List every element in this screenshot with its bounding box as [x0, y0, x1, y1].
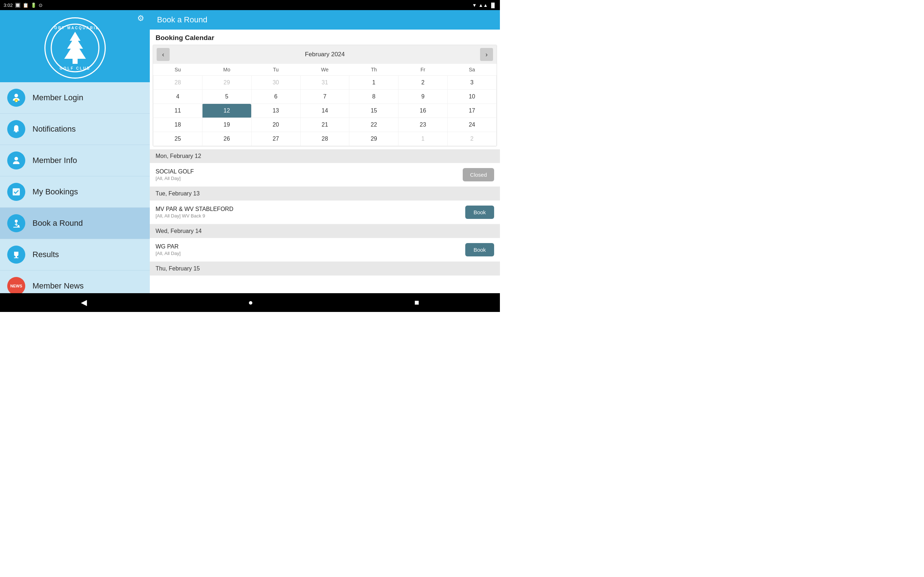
svg-point-11 — [15, 220, 18, 222]
svg-rect-10 — [13, 188, 20, 195]
calendar-week-4: 252627282912 — [153, 132, 497, 146]
event-book-button[interactable]: Book — [465, 243, 494, 256]
calendar-day[interactable]: 29 — [349, 132, 399, 146]
day-header-mo: Mo — [202, 64, 251, 76]
calendar-month-title: February 2024 — [173, 51, 477, 58]
sidebar-item-member-login[interactable]: ★ Member Login — [0, 82, 150, 114]
calendar-day[interactable]: 30 — [251, 76, 300, 90]
calendar-grid: Su Mo Tu We Th Fr Sa 2829303112345678910… — [153, 64, 497, 146]
my-bookings-label: My Bookings — [32, 187, 78, 197]
sidebar-item-member-info[interactable]: Member Info — [0, 145, 150, 176]
event-day-header: Mon, February 12 — [150, 149, 500, 163]
sidebar: ⚙ PORT MACQUARIE GOLF CLUB — [0, 10, 150, 293]
calendar-day[interactable]: 18 — [153, 118, 202, 132]
sidebar-item-my-bookings[interactable]: My Bookings — [0, 176, 150, 208]
day-header-sa: Sa — [447, 64, 497, 76]
member-news-label: Member News — [32, 281, 84, 291]
svg-rect-17 — [14, 258, 18, 258]
calendar-day[interactable]: 23 — [399, 118, 447, 132]
svg-rect-8 — [15, 131, 17, 132]
calendar-day[interactable]: 27 — [251, 132, 300, 146]
calendar-nav: ‹ February 2024 › — [153, 45, 497, 64]
calendar-day[interactable]: 25 — [153, 132, 202, 146]
sidebar-item-book-a-round[interactable]: Book a Round — [0, 208, 150, 239]
event-day-header: Thu, February 15 — [150, 262, 500, 276]
member-login-label: Member Login — [32, 93, 83, 102]
calendar-day[interactable]: 9 — [399, 90, 447, 104]
calendar-day[interactable]: 2 — [447, 132, 497, 146]
calendar-day[interactable]: 16 — [399, 104, 447, 118]
event-name: WG PAR — [155, 243, 465, 250]
day-header-su: Su — [153, 64, 202, 76]
next-month-button[interactable]: › — [480, 48, 493, 61]
calendar-day[interactable]: 19 — [202, 118, 251, 132]
calendar-header-row: Su Mo Tu We Th Fr Sa — [153, 64, 497, 76]
member-news-icon: NEWS — [7, 277, 25, 293]
my-bookings-icon — [7, 183, 25, 201]
sidebar-header: ⚙ PORT MACQUARIE GOLF CLUB — [0, 10, 150, 82]
calendar-day[interactable]: 1 — [349, 76, 399, 90]
status-bar: 3:02 🔲 📋 🔋 ⊙ ▼ ▲▲ ▐▌ — [0, 0, 500, 10]
calendar-day[interactable]: 11 — [153, 104, 202, 118]
svg-text:PORT MACQUARIE: PORT MACQUARIE — [50, 26, 99, 30]
booking-calendar-title: Booking Calendar — [150, 29, 500, 45]
calendar-day[interactable]: 28 — [153, 76, 202, 90]
calendar-day[interactable]: 4 — [153, 90, 202, 104]
calendar-day[interactable]: 7 — [300, 90, 349, 104]
calendar-day[interactable]: 21 — [300, 118, 349, 132]
calendar-day[interactable]: 6 — [251, 90, 300, 104]
event-info: WG PAR[All, All Day] — [155, 243, 465, 256]
wifi-icon: ▼ — [472, 3, 477, 8]
sidebar-item-notifications[interactable]: Notifications — [0, 114, 150, 145]
results-icon — [7, 246, 25, 264]
notifications-label: Notifications — [32, 124, 76, 134]
home-button[interactable]: ● — [241, 295, 260, 310]
page-title: Book a Round — [157, 15, 207, 24]
recents-button[interactable]: ■ — [407, 295, 426, 310]
logo-svg: PORT MACQUARIE GOLF CLUB — [50, 23, 100, 73]
svg-text:GOLF CLUB: GOLF CLUB — [60, 66, 90, 70]
day-header-we: We — [300, 64, 349, 76]
calendar-day[interactable]: 13 — [251, 104, 300, 118]
calendar-day[interactable]: 17 — [447, 104, 497, 118]
calendar-day[interactable]: 3 — [447, 76, 497, 90]
svg-rect-16 — [16, 256, 17, 258]
event-item: MV PAR & WV STABLEFORD[All, All Day] WV … — [150, 200, 500, 224]
back-button[interactable]: ◀ — [74, 295, 94, 310]
content-header: Book a Round — [150, 10, 500, 29]
event-info: MV PAR & WV STABLEFORD[All, All Day] WV … — [155, 206, 465, 219]
event-closed-button[interactable]: Closed — [463, 168, 494, 181]
book-a-round-label: Book a Round — [32, 219, 82, 228]
calendar-day[interactable]: 31 — [300, 76, 349, 90]
sidebar-item-results[interactable]: Results — [0, 239, 150, 271]
calendar-day[interactable]: 10 — [447, 90, 497, 104]
member-info-label: Member Info — [32, 156, 77, 165]
calendar-day[interactable]: 26 — [202, 132, 251, 146]
status-time: 3:02 — [3, 3, 13, 8]
calendar-day[interactable]: 28 — [300, 132, 349, 146]
notification-icon: 🔲 — [15, 3, 21, 8]
event-book-button[interactable]: Book — [465, 206, 494, 219]
calendar-day[interactable]: 2 — [399, 76, 447, 90]
sidebar-item-member-news[interactable]: NEWS Member News — [0, 271, 150, 293]
calendar-day[interactable]: 22 — [349, 118, 399, 132]
calendar-day[interactable]: 24 — [447, 118, 497, 132]
calendar-day[interactable]: 20 — [251, 118, 300, 132]
calendar-day[interactable]: 1 — [399, 132, 447, 146]
status-bar-left: 3:02 🔲 📋 🔋 ⊙ — [3, 3, 43, 8]
day-header-fr: Fr — [399, 64, 447, 76]
battery-icon: 🔋 — [31, 3, 36, 8]
calendar-day[interactable]: 5 — [202, 90, 251, 104]
calendar-day[interactable]: 15 — [349, 104, 399, 118]
prev-month-button[interactable]: ‹ — [157, 48, 170, 61]
calendar-day[interactable]: 29 — [202, 76, 251, 90]
calendar-day[interactable]: 12 — [202, 104, 251, 118]
battery-full-icon: ▐▌ — [490, 3, 496, 8]
svg-point-9 — [15, 157, 18, 161]
settings-icon[interactable]: ⚙ — [137, 14, 144, 23]
calendar-day[interactable]: 14 — [300, 104, 349, 118]
event-item: WG PAR[All, All Day]Book — [150, 238, 500, 262]
calendar-day[interactable]: 8 — [349, 90, 399, 104]
calendar-container: ‹ February 2024 › Su Mo Tu We Th Fr Sa — [153, 45, 497, 147]
calendar-week-2: 11121314151617 — [153, 104, 497, 118]
